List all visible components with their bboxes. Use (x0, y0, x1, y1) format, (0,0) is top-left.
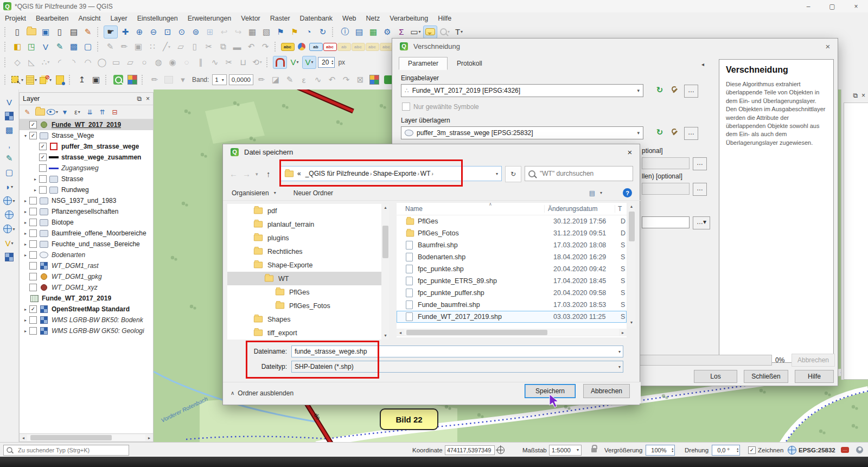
column-date[interactable]: Änderungsdatum (544, 205, 615, 213)
menu-raster[interactable]: Raster (265, 15, 295, 22)
view-dropdown-icon[interactable]: ▾ (600, 190, 602, 195)
organize-menu[interactable]: Organisieren (232, 189, 269, 197)
browse-overlay-button[interactable]: … (684, 127, 698, 140)
run-button[interactable]: Los (694, 370, 737, 383)
file-row-funde-baumfrei-shp[interactable]: Funde_baumfrei.shp17.03.2020 18:53S (397, 299, 627, 311)
style-manager-icon[interactable]: ✎ (81, 26, 94, 38)
layer-checkbox[interactable] (29, 273, 37, 280)
optional-field-2[interactable] (642, 183, 690, 195)
add-virtual-layer-icon[interactable]: V▾ (3, 237, 16, 249)
file-row-fpc-punkte-puffer-shp[interactable]: fpc_punkte_puffer.shp20.04.2020 09:58S (397, 287, 627, 299)
identify-features-icon[interactable]: ⓘ (339, 26, 352, 38)
layer-tree-hscrollbar[interactable]: ◂ ▸ (20, 433, 153, 442)
layer-item-zugangsweg[interactable]: Zugangsweg (20, 163, 153, 174)
map-tips-icon[interactable] (423, 25, 437, 39)
layer-checkbox[interactable] (39, 164, 47, 172)
layer-item-wt-dgm1-rast[interactable]: WT_DGM1_rast (20, 260, 153, 271)
help-button[interactable]: Hilfe (795, 370, 834, 383)
menu-bearbeiten[interactable]: Bearbeiten (31, 15, 73, 22)
folder-tree-item-rechtliches[interactable]: Rechtliches (227, 245, 381, 258)
layer-checkbox[interactable] (29, 327, 37, 335)
folder-tree-item-pdf[interactable]: pdf (227, 204, 381, 217)
data-source-manager-icon[interactable]: ◧ (11, 41, 24, 53)
file-row-pflges[interactable]: PflGes30.12.2019 17:56D (397, 215, 627, 227)
layer-item-rundweg[interactable]: ▸Rundweg (20, 184, 153, 195)
rule-labeling-icon[interactable]: abc (323, 41, 336, 53)
hide-folders-button[interactable]: Ordner ausblenden (238, 389, 293, 397)
zoom-to-layer-icon[interactable]: ⊚ (189, 26, 202, 38)
file-list-hscrollbar[interactable]: ◂ ▸ (397, 329, 627, 336)
remove-layer-icon[interactable]: ⊟ (109, 107, 120, 117)
iterate-icon[interactable]: ↻ (653, 126, 666, 138)
menu-vektor[interactable]: Vektor (236, 15, 265, 22)
expander-icon[interactable]: ▸ (22, 242, 29, 247)
save-project-icon[interactable]: ▣ (39, 26, 52, 38)
layer-checkbox[interactable] (29, 229, 37, 237)
folder-tree-item-wt[interactable]: WT (227, 272, 381, 285)
nav-forward-icon[interactable]: → (242, 169, 251, 178)
layer-item-wms-lgrb-bw-gk50-geologi[interactable]: ▸WMS LGRB-BW GK50: Geologi (20, 325, 153, 336)
browse-button[interactable]: … (693, 157, 707, 170)
file-list-scrollbar[interactable]: ▴ ▾ (628, 203, 635, 327)
zoom-full-icon[interactable]: ⊡ (161, 26, 174, 38)
statistics-icon[interactable]: ▦ (367, 26, 380, 38)
epsg-status[interactable]: EPSG:25832 (799, 447, 835, 453)
new-gpx-layer-icon[interactable]: ✎ (53, 41, 66, 53)
menu-layer[interactable]: Layer (105, 15, 132, 22)
add-wms-layer-icon[interactable]: ▾ (3, 195, 16, 207)
layer-styling-panel-icon[interactable]: ✎ (22, 107, 33, 117)
scroll-left-icon[interactable]: ◂ (397, 330, 404, 335)
file-row-fpc-punkte-shp[interactable]: fpc_punkte.shp20.04.2020 09:42S (397, 263, 627, 275)
koordinate-field[interactable] (445, 445, 495, 455)
filename-dropdown-icon[interactable]: ▾ (618, 349, 621, 354)
optional-field-1[interactable] (642, 157, 690, 169)
close-dialog-button[interactable]: Schließen (744, 370, 788, 383)
advanced-options-wrench-icon[interactable] (668, 126, 681, 138)
nav-history-icon[interactable]: ▾ (256, 171, 258, 177)
processing-toolbox-icon[interactable]: ⚙ (381, 26, 394, 38)
add-mesh-layer-icon[interactable]: ▩ (3, 124, 16, 136)
layer-checkbox[interactable]: ✓ (39, 143, 47, 150)
menu-netz[interactable]: Netz (361, 15, 385, 22)
zoom-in-icon[interactable]: ⊕ (133, 26, 146, 38)
tracing-toggle-icon[interactable]: V▾ (302, 56, 316, 69)
scroll-right-icon[interactable]: ▸ (145, 436, 153, 440)
locator-search-input[interactable] (16, 445, 117, 455)
layer-item-puffer-3m-strasse-wege[interactable]: ✓puffer_3m_strasse_wege (20, 141, 153, 152)
close-panel-icon[interactable]: × (146, 95, 150, 103)
snap-tolerance-spin[interactable]: 20▴▾ (318, 57, 335, 68)
open-project-icon[interactable] (25, 26, 38, 38)
georeferencer-icon[interactable] (112, 74, 125, 86)
measure-icon[interactable]: ▭▾ (409, 26, 422, 38)
layer-checkbox[interactable] (29, 208, 37, 215)
expander-icon[interactable]: ▸ (31, 177, 39, 182)
scroll-down-icon[interactable]: ▾ (628, 319, 635, 327)
nur-gewaehlte-checkbox-1[interactable]: Nur gewählte Symbole (402, 103, 479, 111)
vergroesserung-spin[interactable]: ▴▾ (646, 445, 675, 456)
layer-diagram-icon[interactable] (295, 41, 308, 53)
new-virtual-layer-icon[interactable]: ▢ (81, 41, 94, 53)
select-by-location-icon[interactable] (53, 74, 66, 86)
menu-web[interactable]: Web (337, 15, 361, 22)
expander-icon[interactable]: ▸ (22, 318, 29, 323)
lock-scale-icon[interactable] (591, 448, 597, 452)
layout-manager-icon[interactable]: ▤ (67, 26, 80, 38)
new-shapefile-layer-icon[interactable]: V (39, 41, 52, 53)
snapping-toggle-icon[interactable] (273, 56, 287, 69)
layer-checkbox[interactable] (39, 175, 47, 183)
expander-icon[interactable]: ▸ (22, 220, 29, 225)
expand-all-icon[interactable]: ⇊ (84, 107, 95, 117)
nav-back-icon[interactable]: ← (229, 169, 238, 178)
pan-map-icon[interactable]: ☛ (104, 25, 118, 39)
layer-checkbox[interactable] (29, 240, 37, 248)
collapse-description-icon[interactable]: ◂ (701, 61, 704, 67)
new-bookmark-icon[interactable]: ⚑ (274, 26, 287, 38)
new-folder-button[interactable]: Neuer Ordner (293, 189, 333, 197)
layer-item-pflanzengesellschaften[interactable]: ▸Pflanzengesellschaften (20, 206, 153, 217)
add-delimited-text-icon[interactable]: , (3, 138, 16, 150)
folder-tree-item-plugins[interactable]: plugins (227, 231, 381, 245)
new-3d-map-view-icon[interactable]: ▧ (260, 26, 273, 38)
expander-icon[interactable]: ▸ (22, 209, 29, 214)
text-annotation-icon[interactable]: T▾ (452, 26, 465, 38)
layer-labeling-icon[interactable]: abc (281, 41, 294, 53)
